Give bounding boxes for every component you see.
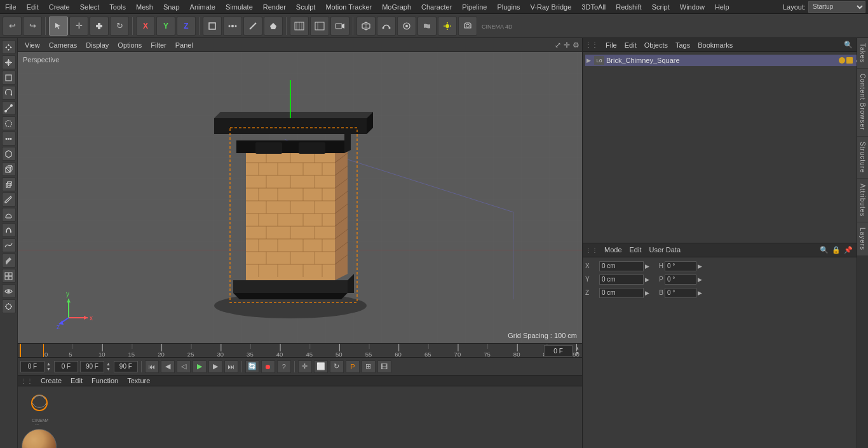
object-row-chimney[interactable]: ▶ L0 Brick_Chimney_Square ● ● — [585, 55, 865, 66]
viewport-panel-menu[interactable]: Panel — [171, 40, 198, 50]
current-frame-timeline[interactable] — [544, 345, 573, 356]
record-button[interactable]: ⏺ — [261, 360, 275, 373]
menu-vray[interactable]: V-Ray Bridge — [526, 2, 577, 12]
left-tool-irm[interactable] — [2, 208, 16, 222]
menu-help[interactable]: Help — [710, 2, 735, 12]
menu-pipeline[interactable]: Pipeline — [457, 2, 492, 12]
end-frame-down[interactable]: ▼ — [106, 367, 111, 372]
axis-z-button[interactable]: Z — [177, 17, 196, 36]
left-tool-rotate[interactable] — [2, 86, 16, 100]
menu-tools[interactable]: Tools — [104, 2, 131, 12]
end-frame-input2[interactable] — [114, 361, 138, 372]
viewport-filter-menu[interactable]: Filter — [146, 40, 170, 50]
pb-extra3[interactable]: ↻ — [330, 360, 344, 373]
left-tool-rect[interactable] — [2, 71, 16, 85]
attr-z-pos-input[interactable] — [599, 288, 644, 298]
go-end-button[interactable]: ⏭ — [224, 360, 238, 373]
attr-h-input[interactable] — [665, 261, 696, 271]
left-tool-snap[interactable] — [2, 299, 16, 313]
attr-x-pos-input[interactable] — [599, 261, 644, 271]
menu-render[interactable]: Render — [258, 2, 291, 12]
timeline-ruler[interactable]: 0 5 10 15 20 25 — [18, 343, 582, 357]
objects-file-menu[interactable]: File — [602, 40, 621, 50]
start-frame-down[interactable]: ▼ — [46, 367, 51, 372]
attributes-edit-menu[interactable]: Edit — [626, 245, 646, 255]
attr-z-arrow[interactable]: ▶ — [645, 290, 649, 296]
menu-motion-tracker[interactable]: Motion Tracker — [320, 2, 377, 12]
attributes-lock-icon[interactable]: 🔒 — [831, 245, 841, 255]
cube-tool-button[interactable] — [356, 17, 376, 36]
left-tool-smooth[interactable] — [2, 238, 16, 252]
menu-animate[interactable]: Animate — [185, 2, 220, 12]
end-frame-input1[interactable] — [80, 361, 104, 372]
left-tool-paint[interactable] — [2, 254, 16, 268]
menu-redshift[interactable]: Redshift — [611, 2, 646, 12]
attributes-search-icon[interactable]: 🔍 — [819, 245, 829, 255]
objects-objects-menu[interactable]: Objects — [641, 40, 672, 50]
go-start-button[interactable]: ⏮ — [145, 360, 159, 373]
3d-viewport[interactable]: Perspective — [18, 52, 582, 343]
scale-tool-button[interactable] — [90, 17, 109, 36]
attr-h-arrow[interactable]: ▶ — [698, 263, 702, 269]
attr-p-arrow[interactable]: ▶ — [698, 276, 702, 283]
timeline-cursor[interactable] — [20, 344, 21, 357]
material-item[interactable]: CINEMA 4D Chimney — [22, 390, 57, 448]
material-function-menu[interactable]: Function — [88, 376, 122, 386]
pb-extra5[interactable]: ⊞ — [362, 360, 376, 373]
left-tool-scale2[interactable] — [2, 101, 16, 115]
pb-extra2[interactable]: ⬜ — [314, 360, 328, 373]
pb-extra4[interactable]: P — [346, 360, 360, 373]
menu-plugins[interactable]: Plugins — [492, 2, 525, 12]
left-tool-eye[interactable] — [2, 284, 16, 298]
objects-tags-menu[interactable]: Tags — [672, 40, 694, 50]
light-button[interactable] — [438, 17, 457, 36]
record-help-button[interactable]: ? — [277, 360, 291, 373]
viewport-cameras-menu[interactable]: Cameras — [44, 40, 82, 50]
timeline-button[interactable] — [290, 17, 309, 36]
vtab-takes[interactable]: Takes — [857, 38, 868, 69]
menu-create[interactable]: Create — [44, 2, 75, 12]
timeline-up-arrow[interactable]: ▲ — [575, 346, 580, 351]
camera-button[interactable] — [330, 17, 349, 36]
left-tool-hex[interactable] — [2, 147, 16, 161]
menu-window[interactable]: Window — [675, 2, 710, 12]
next-frame-button[interactable]: ▶ — [208, 360, 222, 373]
vtab-structure[interactable]: Structure — [857, 137, 868, 179]
pb-film-button[interactable]: 🎞 — [377, 360, 391, 373]
objects-search-icon[interactable]: 🔍 — [843, 40, 853, 50]
pb-extra1[interactable]: ✛ — [298, 360, 312, 373]
start-frame-input[interactable] — [20, 361, 44, 372]
vtab-layers[interactable]: Layers — [857, 222, 868, 256]
deformer-button[interactable] — [417, 17, 437, 36]
menu-character[interactable]: Character — [416, 2, 457, 12]
attr-x-arrow[interactable]: ▶ — [645, 263, 649, 269]
attributes-mode-menu[interactable]: Mode — [600, 245, 626, 255]
left-tool-grid[interactable] — [2, 269, 16, 283]
edges-mode-button[interactable] — [243, 17, 262, 36]
start-frame-up[interactable]: ▲ — [46, 362, 51, 367]
left-tool-dots[interactable] — [2, 132, 16, 146]
generator-button[interactable] — [397, 17, 416, 36]
left-tool-knife[interactable] — [2, 193, 16, 207]
material-ball[interactable] — [22, 429, 57, 448]
left-tool-circle-sel[interactable] — [2, 116, 16, 130]
menu-script[interactable]: Script — [647, 2, 675, 12]
left-tool-cube2[interactable] — [2, 162, 16, 176]
rotate-tool-button[interactable]: ↻ — [110, 17, 129, 36]
undo-button[interactable]: ↩ — [3, 17, 22, 36]
left-tool-extrude[interactable] — [2, 177, 16, 191]
menu-mesh[interactable]: Mesh — [131, 2, 158, 12]
polygon-mode-button[interactable] — [264, 17, 283, 36]
axis-y-button[interactable]: Y — [156, 17, 175, 36]
material-texture-menu[interactable]: Texture — [123, 376, 154, 386]
material-edit-menu[interactable]: Edit — [67, 376, 86, 386]
menu-file[interactable]: File — [0, 2, 22, 12]
menu-snap[interactable]: Snap — [158, 2, 185, 12]
viewport-options-menu[interactable]: Options — [113, 40, 146, 50]
redo-button[interactable]: ↪ — [23, 17, 42, 36]
attr-y-arrow[interactable]: ▶ — [645, 276, 649, 283]
attr-y-pos-input[interactable] — [599, 275, 644, 285]
play-button[interactable]: ▶ — [193, 360, 207, 373]
menu-3dtoall[interactable]: 3DToAll — [576, 2, 611, 12]
timeline-down-arrow[interactable]: ▼ — [575, 351, 580, 356]
